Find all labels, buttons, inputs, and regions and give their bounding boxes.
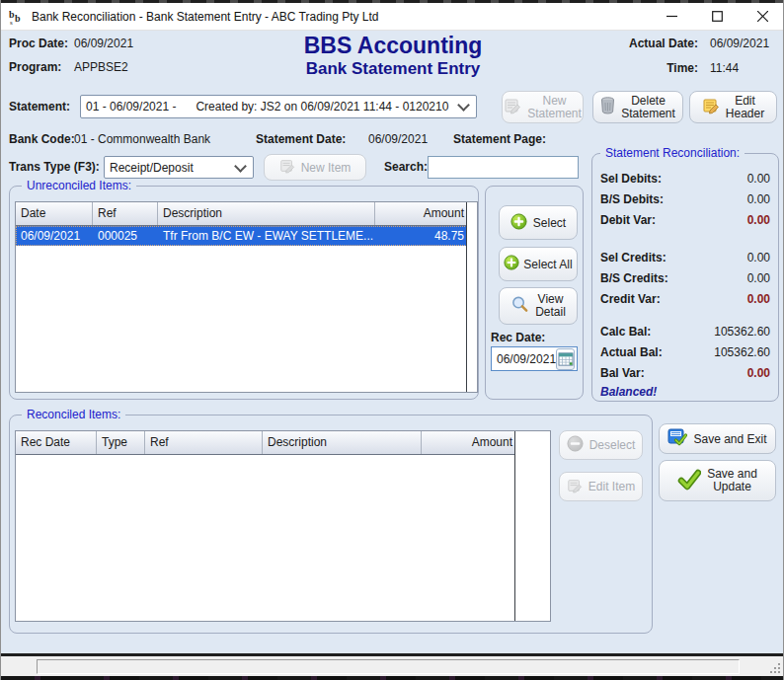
- statement-reconciliation-label: Statement Reconciliation:: [600, 146, 745, 160]
- deselect-label: Deselect: [589, 438, 636, 452]
- plus-circle-icon: [504, 255, 519, 273]
- save-and-update-button[interactable]: Save and Update: [659, 460, 776, 501]
- recon-row-credit-var: Credit Var:0.00: [592, 288, 778, 309]
- app-icon: b b s: [9, 9, 25, 25]
- trash-icon: [600, 97, 615, 117]
- column-header-ref[interactable]: Ref: [145, 431, 263, 454]
- new-statement-button[interactable]: New Statement: [502, 91, 584, 123]
- statement-page-label: Statement Page:: [453, 132, 546, 146]
- note-edit-icon: [504, 97, 521, 117]
- trans-type-label: Trans Type (F3):: [9, 160, 100, 174]
- recon-row-sel-debits: Sel Debits:0.00: [592, 168, 778, 189]
- statement-combobox[interactable]: 01 - 06/09/2021 - Created by: JS2 on 06/…: [80, 95, 477, 118]
- trans-type-combobox[interactable]: Receipt/Deposit: [104, 156, 254, 179]
- deselect-button[interactable]: Deselect: [559, 430, 643, 460]
- column-header-amount[interactable]: Amount: [375, 202, 469, 225]
- cell-amount: 48.75: [375, 229, 469, 243]
- note-edit-icon: [279, 158, 295, 177]
- unreconciled-group-label: Unreconciled Items:: [22, 179, 136, 192]
- new-item-label: New Item: [301, 161, 352, 175]
- window-title: Bank Reconciliation - Bank Statement Ent…: [32, 10, 379, 24]
- edit-item-button[interactable]: Edit Item: [559, 472, 643, 501]
- table-row[interactable]: 06/09/2021 000025 Tfr From B/C EW - EWAY…: [16, 226, 477, 246]
- delete-statement-label-2: Statement: [621, 108, 675, 120]
- calendar-icon[interactable]: [556, 348, 575, 370]
- statement-label: Statement:: [9, 100, 70, 113]
- new-statement-label-1: New: [527, 95, 582, 108]
- actual-date-label: Actual Date:: [629, 37, 698, 50]
- resize-grip[interactable]: [768, 661, 781, 677]
- statement-combobox-value: 01 - 06/09/2021 - Created by: JS2 on 06/…: [81, 100, 459, 113]
- cell-date: 06/09/2021: [16, 229, 93, 243]
- recon-row-bs-credits: B/S Credits:0.00: [592, 267, 778, 288]
- column-header-ref[interactable]: Ref: [93, 202, 158, 225]
- view-detail-button[interactable]: View Detail: [499, 287, 578, 325]
- svg-text:s: s: [10, 18, 13, 25]
- bank-code-label: Bank Code:: [9, 132, 75, 146]
- rec-date-label: Rec Date:: [491, 331, 545, 344]
- rec-date-value: 06/09/2021: [492, 352, 556, 366]
- search-input[interactable]: [428, 156, 579, 179]
- save-and-update-label-2: Update: [707, 481, 757, 493]
- time-label: Time:: [666, 61, 698, 75]
- statement-reconciliation-group: Statement Reconciliation: Sel Debits:0.0…: [591, 153, 779, 402]
- actual-date-value: 06/09/2021: [710, 37, 769, 50]
- unreconciled-table: Date Ref Description Amount 06/09/2021 0…: [15, 201, 478, 393]
- titlebar[interactable]: b b s Bank Reconciliation - Bank Stateme…: [1, 3, 784, 31]
- column-header-type[interactable]: Type: [97, 431, 145, 454]
- save-and-exit-button[interactable]: Save and Exit: [659, 423, 776, 454]
- delete-statement-label-1: Delete: [621, 95, 675, 108]
- app-window: b b s Bank Reconciliation - Bank Stateme…: [0, 0, 784, 680]
- recon-row-actual-bal: Actual Bal:105362.60: [592, 341, 778, 362]
- balanced-status: Balanced!: [592, 383, 778, 401]
- save-and-exit-label: Save and Exit: [693, 432, 766, 446]
- edit-note-icon: [702, 97, 720, 117]
- minimize-button[interactable]: [649, 3, 694, 30]
- chevron-down-icon: [457, 99, 470, 112]
- save-check-icon: [667, 427, 687, 450]
- bank-code-value: 01 - Commonwealth Bank: [74, 132, 210, 146]
- status-panel: [37, 659, 740, 674]
- vertical-scrollbar-track: [466, 202, 477, 392]
- edit-item-label: Edit Item: [588, 480, 635, 493]
- reconciled-table-header: Rec Date Type Ref Description Amount: [16, 431, 550, 455]
- edit-header-button[interactable]: Edit Header: [689, 91, 777, 123]
- recon-row-sel-credits: Sel Credits:0.00: [592, 247, 778, 267]
- select-all-label: Select All: [523, 258, 572, 271]
- rec-date-field[interactable]: 06/09/2021: [491, 346, 578, 371]
- note-edit-icon: [567, 478, 583, 496]
- select-label: Select: [533, 216, 566, 230]
- vertical-scrollbar-track: [514, 431, 550, 621]
- column-header-date[interactable]: Date: [16, 202, 93, 225]
- new-item-button[interactable]: New Item: [264, 154, 366, 181]
- select-button[interactable]: Select: [499, 205, 578, 240]
- status-bar: [1, 656, 784, 676]
- magnifier-icon: [510, 295, 529, 317]
- recon-row-calc-bal: Calc Bal:105362.60: [592, 321, 778, 341]
- svg-text:b: b: [15, 13, 21, 24]
- statement-date-value: 06/09/2021: [368, 132, 428, 146]
- reconciled-table: Rec Date Type Ref Description Amount: [15, 430, 551, 622]
- cell-ref: 000025: [93, 229, 158, 243]
- unreconciled-table-header: Date Ref Description Amount: [16, 202, 477, 226]
- recon-row-debit-var: Debit Var:0.00: [592, 209, 778, 230]
- column-header-description[interactable]: Description: [158, 202, 375, 225]
- desktop-edge-artifact: [1, 676, 784, 680]
- minus-circle-icon: [567, 435, 584, 455]
- column-header-rec-date[interactable]: Rec Date: [16, 431, 97, 454]
- select-all-button[interactable]: Select All: [499, 247, 578, 281]
- chevron-down-icon: [234, 160, 247, 173]
- check-icon: [677, 469, 701, 493]
- view-detail-label-2: Detail: [535, 306, 566, 319]
- new-statement-label-2: Statement: [527, 108, 582, 120]
- column-header-description[interactable]: Description: [263, 431, 422, 454]
- close-button[interactable]: [740, 3, 784, 30]
- column-header-amount[interactable]: Amount: [422, 431, 517, 454]
- search-label: Search:: [384, 160, 428, 174]
- edit-header-label-2: Header: [726, 108, 764, 120]
- recon-row-bal-var: Bal Var:0.00: [592, 362, 778, 383]
- delete-statement-button[interactable]: Delete Statement: [592, 91, 683, 123]
- reconciled-group-label: Reconciled Items:: [22, 408, 125, 421]
- cell-description: Tfr From B/C EW - EWAY SETTLEME...: [158, 229, 375, 243]
- maximize-button[interactable]: [694, 3, 740, 30]
